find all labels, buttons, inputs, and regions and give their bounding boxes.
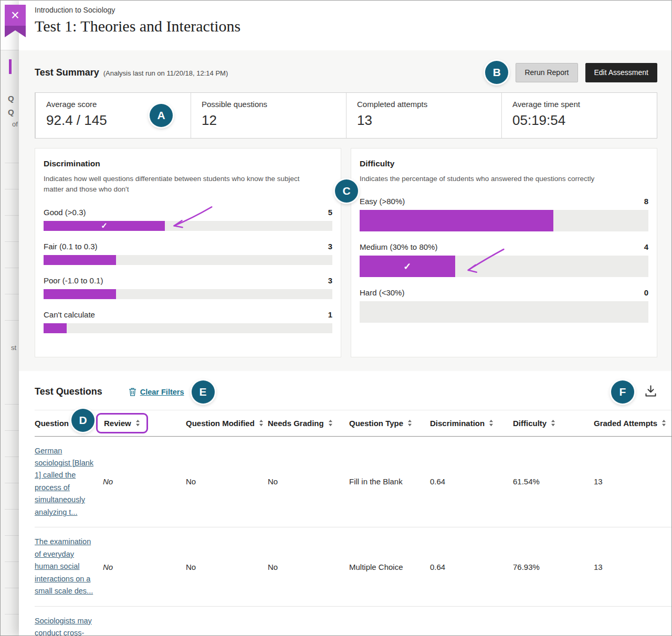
bar-label: Medium (30% to 80%)	[360, 242, 437, 251]
difficulty-bars: Easy (>80%)8Medium (30% to 80%)4✓Hard (<…	[360, 197, 648, 323]
bar-fill	[44, 289, 116, 299]
edit-assessment-button[interactable]: Edit Assessment	[585, 63, 658, 82]
background-nav-indicator	[9, 59, 12, 74]
stat-label: Average time spent	[512, 100, 646, 109]
cell-modified: No	[186, 436, 268, 527]
column-label: Discrimination	[430, 419, 485, 428]
test-summary-section: Test Summary (Analysis last run on 11/20…	[19, 50, 671, 371]
cell-attempts: 13	[594, 527, 672, 606]
column-header-discrimination[interactable]: Discrimination	[430, 410, 513, 436]
cell-modified: No	[186, 527, 268, 606]
cell-difficulty: 61.54%	[513, 436, 594, 527]
cell-grading: No	[268, 527, 349, 606]
table-row: German sociologist [Blank 1] called the …	[35, 436, 672, 527]
clear-filters-label: Clear Filters	[140, 388, 184, 396]
cell-discrimination: 0.5	[430, 606, 513, 636]
trash-icon	[129, 387, 136, 396]
sort-icon	[551, 419, 555, 427]
bar-group: Hard (<30%)0	[360, 288, 648, 323]
questions-heading: Test Questions Clear Filters E F	[35, 380, 671, 404]
page-title: Test 1: Theories and Interactions	[35, 17, 671, 35]
background-text: st	[11, 344, 16, 352]
stat-cell: Possible questions12	[191, 93, 346, 138]
callout-c: C	[335, 179, 358, 203]
cell-discrimination: 0.64	[430, 436, 513, 527]
background-text: of	[12, 120, 18, 128]
column-header-review[interactable]: Review	[103, 410, 186, 436]
cell-difficulty: 76.93%	[513, 527, 594, 606]
stat-value: 13	[357, 112, 491, 129]
cell-review: No	[103, 527, 186, 606]
summary-title: Test Summary	[35, 67, 99, 78]
sort-icon	[328, 419, 333, 427]
close-icon: ×	[11, 8, 19, 23]
background-text: Q	[8, 94, 14, 103]
stat-value: 12	[202, 112, 335, 129]
bar-group: Can't calculate1	[44, 310, 332, 333]
bar-count: 8	[644, 197, 648, 206]
bar-group: Medium (30% to 80%)4✓	[360, 242, 648, 277]
panel-header: Introduction to Sociology Test 1: Theori…	[19, 1, 671, 50]
column-header-graded-attempts[interactable]: Graded Attempts	[594, 410, 672, 436]
bar-group: Poor (-1.0 to 0.1)3	[44, 276, 332, 299]
column-header-difficulty[interactable]: Difficulty	[513, 410, 594, 436]
bar-label: Fair (0.1 to 0.3)	[44, 242, 98, 251]
sort-icon	[662, 419, 666, 427]
bar-track	[44, 289, 332, 299]
background-text: Q	[8, 108, 14, 116]
column-label: Graded Attempts	[594, 419, 657, 428]
bar-label: Hard (<30%)	[360, 288, 404, 297]
cell-grading: No	[268, 436, 349, 527]
discrimination-title: Discrimination	[44, 159, 332, 168]
column-header-needs-grading[interactable]: Needs Grading	[268, 410, 349, 436]
close-button[interactable]: ×	[5, 5, 26, 26]
bar-count: 0	[644, 288, 648, 297]
discrimination-bars: Good (>0.3)5✓Fair (0.1 to 0.3)3Poor (-1.…	[44, 208, 332, 333]
cell-discrimination: 0.64	[430, 527, 513, 606]
bar-label: Poor (-1.0 to 0.1)	[44, 276, 103, 285]
summary-stats: A Average score92.4 / 145Possible questi…	[35, 92, 657, 139]
assessment-analysis-panel: Introduction to Sociology Test 1: Theori…	[19, 1, 671, 635]
question-link[interactable]: The examination of everyday human social…	[35, 536, 98, 597]
download-button[interactable]	[643, 383, 659, 401]
difficulty-title: Difficulty	[360, 159, 648, 168]
background-rows	[5, 378, 19, 625]
test-questions-section: Test Questions Clear Filters E F	[19, 371, 671, 636]
bar-count: 3	[328, 276, 332, 285]
analysis-cards: Discrimination Indicates how well questi…	[35, 148, 657, 357]
bar-track	[360, 210, 648, 231]
download-icon	[644, 384, 658, 398]
questions-title: Test Questions	[35, 386, 102, 397]
summary-heading: Test Summary (Analysis last run on 11/20…	[35, 61, 657, 84]
callout-e: E	[192, 380, 215, 404]
bar-fill: ✓	[360, 256, 455, 277]
cell-attempts: 13	[594, 436, 672, 527]
stat-value: 05:19:54	[512, 112, 646, 129]
column-header-question-modified[interactable]: Question Modified	[186, 410, 268, 436]
sort-icon	[407, 419, 412, 427]
callout-a: A	[150, 104, 173, 127]
bar-fill	[44, 255, 116, 265]
clear-filters-button[interactable]: Clear Filters	[129, 387, 184, 396]
question-link[interactable]: Sociologists may conduct cross-cultural …	[35, 615, 98, 636]
column-label: Question	[35, 419, 69, 428]
rerun-report-button[interactable]: Rerun Report	[516, 63, 578, 82]
bar-label: Can't calculate	[44, 310, 95, 319]
bar-track: ✓	[360, 256, 648, 277]
column-label: Needs Grading	[268, 419, 324, 428]
bar-track: ✓	[44, 221, 332, 231]
callout-d: D	[71, 409, 94, 432]
sort-icon	[489, 419, 494, 427]
cell-type: Fill in the Blank	[349, 436, 430, 527]
background-rows	[5, 137, 19, 336]
question-link[interactable]: German sociologist [Blank 1] called the …	[35, 445, 98, 519]
sort-icon	[135, 419, 140, 427]
bar-label: Easy (>80%)	[360, 197, 405, 206]
bar-fill	[44, 323, 67, 333]
column-label: Question Modified	[186, 419, 255, 428]
cell-review: No	[103, 606, 186, 636]
column-header-question-type[interactable]: Question Type	[349, 410, 430, 436]
discrimination-card: Discrimination Indicates how well questi…	[35, 148, 341, 357]
check-icon: ✓	[101, 221, 108, 230]
bar-track	[44, 255, 332, 265]
